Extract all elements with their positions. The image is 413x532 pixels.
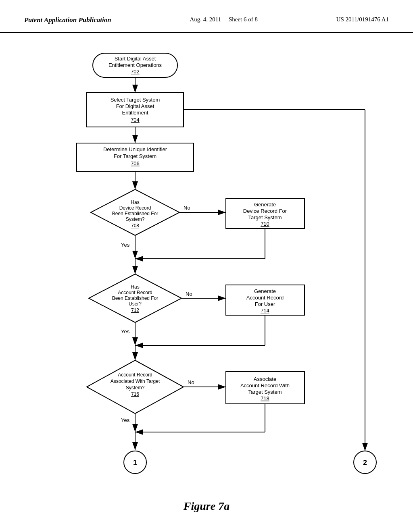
- page-header: Patent Application Publication Aug. 4, 2…: [0, 0, 413, 33]
- publication-title: Patent Application Publication: [24, 16, 111, 24]
- sheet: Sheet 6 of 8: [229, 16, 258, 23]
- svg-text:702: 702: [131, 69, 140, 75]
- label-yes-716: Yes: [121, 417, 130, 423]
- svg-text:Account Record: Account Record: [118, 290, 152, 295]
- svg-text:710: 710: [261, 221, 269, 227]
- node-702-text: Start Digital Asset: [115, 56, 156, 62]
- svg-text:Generate: Generate: [254, 202, 276, 208]
- svg-text:Device Record: Device Record: [119, 205, 151, 211]
- svg-text:Account Record With: Account Record With: [240, 382, 290, 389]
- patent-number: US 2011/0191476 A1: [336, 16, 389, 23]
- svg-text:Entitlement Operations: Entitlement Operations: [108, 62, 162, 68]
- svg-text:718: 718: [261, 395, 269, 401]
- svg-text:System?: System?: [126, 216, 145, 222]
- svg-text:For User: For User: [255, 301, 275, 307]
- svg-text:User?: User?: [129, 301, 142, 307]
- svg-text:For Digital Asset: For Digital Asset: [116, 103, 154, 109]
- svg-text:712: 712: [131, 308, 139, 313]
- svg-text:Account Record: Account Record: [118, 372, 152, 378]
- svg-text:704: 704: [131, 117, 140, 123]
- svg-text:714: 714: [261, 308, 269, 314]
- svg-text:Target System: Target System: [248, 214, 282, 220]
- svg-text:708: 708: [131, 223, 139, 229]
- svg-text:For Target System: For Target System: [114, 153, 156, 159]
- svg-text:Been Established For: Been Established For: [112, 211, 159, 216]
- date: Aug. 4, 2011: [190, 16, 221, 23]
- label-yes-712: Yes: [121, 328, 130, 335]
- svg-text:Associate: Associate: [254, 376, 276, 382]
- date-sheet: Aug. 4, 2011 Sheet 6 of 8: [190, 16, 258, 23]
- svg-text:Generate: Generate: [254, 288, 276, 294]
- svg-text:Select Target System: Select Target System: [111, 97, 160, 103]
- label-no-708: No: [184, 205, 190, 211]
- label-no-716: No: [188, 379, 194, 385]
- svg-text:Been Established For: Been Established For: [112, 295, 159, 301]
- label-yes-708: Yes: [121, 242, 130, 248]
- svg-text:Has: Has: [131, 284, 139, 290]
- svg-text:System?: System?: [126, 385, 145, 391]
- flowchart-svg: Start Digital Asset Entitlement Operatio…: [20, 45, 391, 509]
- figure-label: Figure 7a: [184, 500, 229, 513]
- svg-text:Determine Unique Identifier: Determine Unique Identifier: [103, 146, 167, 152]
- svg-text:Target System: Target System: [248, 389, 282, 395]
- svg-text:Account Record: Account Record: [246, 295, 284, 301]
- label-no-712: No: [186, 291, 192, 297]
- main-content: Start Digital Asset Entitlement Operatio…: [0, 33, 413, 517]
- svg-text:Entitlement: Entitlement: [122, 110, 148, 116]
- flowchart: Start Digital Asset Entitlement Operatio…: [20, 45, 391, 509]
- svg-text:2: 2: [363, 459, 367, 467]
- svg-text:706: 706: [131, 160, 140, 166]
- svg-text:Device Record For: Device Record For: [243, 208, 287, 214]
- svg-text:Associated With Target: Associated With Target: [111, 378, 160, 384]
- svg-text:716: 716: [131, 391, 139, 397]
- svg-text:1: 1: [133, 459, 137, 467]
- svg-text:Has: Has: [131, 200, 139, 205]
